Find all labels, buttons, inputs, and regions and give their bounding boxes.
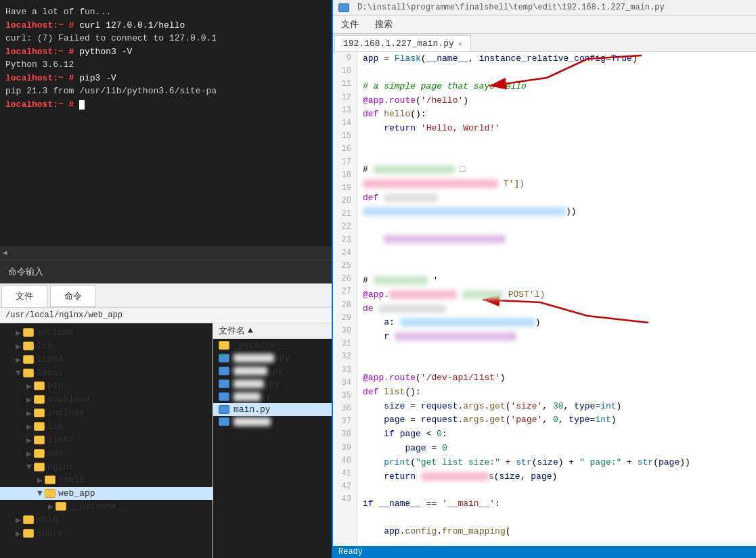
tree-item-html5[interactable]: ▶ html5 (0, 473, 213, 487)
code-text: def hello(): (363, 108, 426, 122)
terminal-line-8: localhost:~ # (5, 98, 326, 112)
tree-item-share[interactable]: ▶ share (0, 527, 213, 540)
editor-status: Ready (333, 546, 756, 558)
ln-30: 30 (338, 325, 351, 338)
code-text: # ' (363, 274, 438, 288)
code-line-42 (363, 511, 751, 525)
tree-label: html5 (58, 475, 85, 485)
ln-41: 41 (338, 467, 351, 480)
tree-item-man[interactable]: ▶ man (0, 447, 213, 461)
editor-titlebar-path: D:\install\programme\finalshell\temp\edi… (357, 3, 665, 12)
file-name-blurred (234, 354, 274, 363)
file-list-item-3[interactable]: .py (213, 377, 332, 390)
ln-9: 9 (338, 52, 351, 65)
terminal-command: curl 127.0.0.1/hello (79, 20, 185, 30)
tree-item-web-app[interactable]: ▼ web_app (0, 487, 213, 500)
code-line-31 (363, 358, 751, 371)
terminal-command-3: pip3 -V (79, 73, 116, 83)
ln-11: 11 (338, 78, 351, 91)
file-name: _pycache__ (234, 340, 286, 350)
code-text: def (363, 191, 438, 206)
tree-item-include[interactable]: ▶ include (0, 326, 213, 340)
code-line-10 (363, 66, 751, 80)
code-line-14: return 'Hello, World!' (363, 122, 751, 136)
code-editor[interactable]: 9 10 11 12 13 14 15 16 17 18 19 20 21 22… (333, 52, 756, 546)
ln-37: 37 (338, 415, 351, 428)
folder-icon (34, 449, 45, 458)
terminal-prompt-3: localhost:~ # (5, 73, 79, 83)
code-line-26: @app. POST'l) (363, 288, 751, 302)
tab-file[interactable]: 文件 (1, 285, 47, 307)
menu-item-file[interactable]: 文件 (333, 16, 367, 33)
expander: ▶ (24, 448, 34, 459)
code-line-24 (363, 260, 751, 274)
tree-item-sbin[interactable]: ▶ sbin (0, 513, 213, 527)
code-text: page = 0 (363, 442, 447, 456)
folder-icon (23, 515, 34, 524)
ln-25: 25 (338, 260, 351, 273)
folder-icon (23, 328, 34, 337)
file-path: /usr/local/nginx/web_app (0, 308, 332, 323)
file-list-item-1[interactable]: .py (213, 352, 332, 365)
tree-label: sbin (37, 515, 58, 525)
file-name-ext: .py (274, 353, 290, 363)
editor-tab-main[interactable]: 192.168.1.227_main.py ✕ (334, 35, 471, 51)
status-text: Ready (338, 547, 363, 557)
terminal-line-3: curl: (7) Failed to connect to 127.0.0.1 (5, 32, 326, 45)
ln-28: 28 (338, 299, 351, 312)
tree-label: man (47, 448, 63, 459)
file-icon (219, 417, 229, 426)
tree-label: lib (37, 341, 52, 351)
terminal-command-2: python3 -V (79, 47, 132, 57)
file-list-item-4[interactable]: .y (213, 390, 332, 403)
tree-item-lib2[interactable]: ▶ lib (0, 420, 213, 434)
tree-label: local (37, 368, 63, 378)
file-list-item-mainpy[interactable]: main.py (213, 403, 332, 416)
tree-item-include2[interactable]: ▶ include (0, 406, 213, 420)
folder-icon (23, 369, 34, 377)
tree-label: download (47, 394, 89, 404)
code-line-28: a: ) (363, 316, 751, 330)
folder-icon (45, 475, 55, 484)
code-line-12: @app.route('/hello') (363, 94, 751, 108)
file-browser-content: ▶ include ▶ lib ▶ lib64 (0, 323, 332, 559)
tree-item-lib642[interactable]: ▶ lib64 (0, 434, 213, 447)
file-name-y: .y (261, 392, 271, 402)
terminal-input-bar[interactable]: 命令输入 (0, 260, 332, 283)
folder-icon (219, 341, 229, 350)
code-line-9: app = Flask(__name__, instance_relative_… (363, 52, 751, 66)
tab-label: 192.168.1.227_main.py (343, 39, 454, 49)
code-line-32: @app.route('/dev-api/list') (363, 371, 751, 386)
terminal-line-1: Have a lot of fun... (5, 5, 326, 19)
ln-20: 20 (338, 195, 351, 208)
tree-item-lib[interactable]: ▶ lib (0, 340, 213, 353)
tree-item-nginx[interactable]: ▼ nginx (0, 461, 213, 473)
menu-item-search[interactable]: 搜索 (367, 16, 401, 33)
tab-close-icon[interactable]: ✕ (458, 39, 463, 48)
scroll-indicator: ◀ (0, 246, 332, 260)
file-list-item-pycache[interactable]: _pycache__ (213, 339, 332, 352)
code-content: app = Flask(__name__, instance_relative_… (357, 52, 756, 546)
file-name-main: main.py (234, 404, 271, 415)
file-list-item-2[interactable]: .py (213, 365, 332, 377)
code-line-21 (363, 219, 751, 233)
folder-icon (34, 395, 45, 404)
terminal-line-2: localhost:~ # curl 127.0.0.1/hello (5, 19, 326, 32)
editor-menu: 文件 搜索 (333, 16, 756, 34)
tree-item-bin[interactable]: ▶ bin (0, 379, 213, 393)
tree-panel: ▶ include ▶ lib ▶ lib64 (0, 323, 213, 559)
file-list-item-5[interactable] (213, 416, 332, 427)
tree-item-pycache[interactable]: ▶ __pycache__ (0, 500, 213, 513)
tree-item-local[interactable]: ▼ local (0, 367, 213, 379)
tree-label: lib64 (47, 435, 74, 445)
tab-command[interactable]: 命令 (50, 285, 96, 307)
file-icon (219, 367, 229, 375)
folder-icon (34, 381, 45, 390)
tree-item-lib64[interactable]: ▶ lib64 (0, 353, 213, 367)
ln-38: 38 (338, 428, 351, 441)
code-line-40 (363, 484, 751, 497)
ln-10: 10 (338, 65, 351, 78)
file-list-header-name[interactable]: 文件名 ▲ (219, 325, 326, 337)
tree-item-download[interactable]: ▶ download (0, 393, 213, 406)
file-name-blurred (234, 417, 271, 426)
